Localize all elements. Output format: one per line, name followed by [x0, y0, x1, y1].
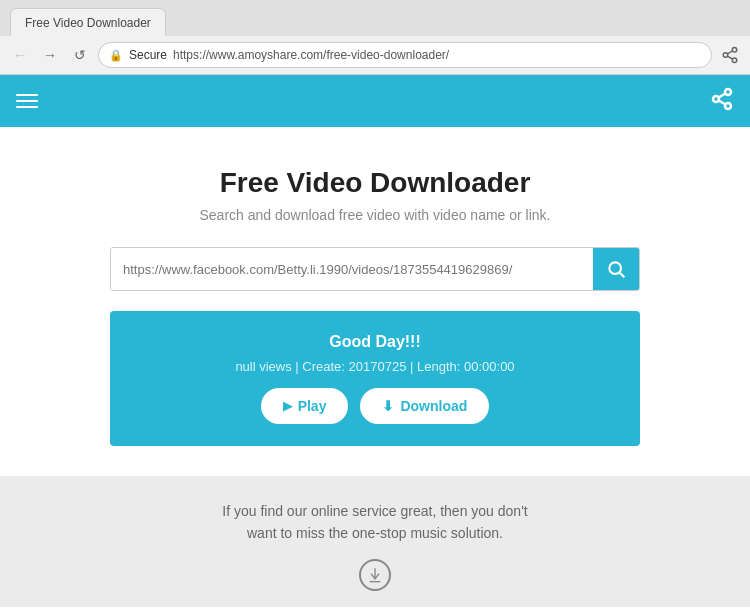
address-text: https://www.amoyshare.com/free-video-dow…	[173, 48, 449, 62]
svg-point-5	[725, 89, 731, 95]
svg-point-2	[732, 58, 737, 63]
site-footer: If you find our online service great, th…	[0, 476, 750, 607]
hamburger-menu[interactable]	[16, 94, 38, 108]
download-button[interactable]: ⬇ Download	[360, 388, 489, 424]
svg-point-7	[725, 103, 731, 109]
download-icon: ⬇	[382, 398, 394, 414]
download-label: Download	[400, 398, 467, 414]
browser-chrome: Free Video Downloader ← → ↺ 🔒 Secure htt…	[0, 0, 750, 75]
svg-line-11	[620, 273, 625, 278]
play-label: Play	[298, 398, 327, 414]
page-title: Free Video Downloader	[220, 167, 531, 199]
result-meta: null views | Create: 20170725 | Length: …	[235, 359, 514, 374]
svg-line-4	[727, 51, 732, 54]
address-bar[interactable]: 🔒 Secure https://www.amoyshare.com/free-…	[98, 42, 712, 68]
hamburger-line1	[16, 94, 38, 96]
tab-label: Free Video Downloader	[25, 16, 151, 30]
svg-point-0	[732, 48, 737, 53]
back-button[interactable]: ←	[8, 43, 32, 67]
secure-label: Secure	[129, 48, 167, 62]
footer-line2: want to miss the one-stop music solution…	[247, 525, 503, 541]
secure-icon: 🔒	[109, 49, 123, 62]
svg-line-9	[719, 93, 726, 97]
svg-line-3	[727, 56, 732, 59]
hamburger-line2	[16, 100, 38, 102]
main-content: Free Video Downloader Search and downloa…	[0, 127, 750, 476]
svg-line-8	[719, 100, 726, 104]
browser-nav: ← → ↺ 🔒 Secure https://www.amoyshare.com…	[0, 36, 750, 74]
svg-point-6	[713, 96, 719, 102]
site-header	[0, 75, 750, 127]
share-icon[interactable]	[710, 87, 734, 116]
browser-share-icon[interactable]	[718, 43, 742, 67]
browser-tabs: Free Video Downloader	[0, 0, 750, 36]
search-button[interactable]	[593, 248, 639, 290]
browser-tab[interactable]: Free Video Downloader	[10, 8, 166, 36]
forward-button[interactable]: →	[38, 43, 62, 67]
footer-text: If you find our online service great, th…	[222, 500, 527, 545]
reload-button[interactable]: ↺	[68, 43, 92, 67]
page-subtitle: Search and download free video with vide…	[200, 207, 551, 223]
footer-download-icon[interactable]	[359, 559, 391, 591]
hamburger-line3	[16, 106, 38, 108]
svg-point-10	[609, 262, 621, 274]
result-card: Good Day!!! null views | Create: 2017072…	[110, 311, 640, 446]
play-icon: ▶	[283, 399, 292, 413]
svg-point-1	[723, 53, 728, 58]
search-bar	[110, 247, 640, 291]
result-title: Good Day!!!	[329, 333, 421, 351]
result-actions: ▶ Play ⬇ Download	[261, 388, 490, 424]
search-input[interactable]	[111, 248, 593, 290]
play-button[interactable]: ▶ Play	[261, 388, 349, 424]
footer-line1: If you find our online service great, th…	[222, 503, 527, 519]
